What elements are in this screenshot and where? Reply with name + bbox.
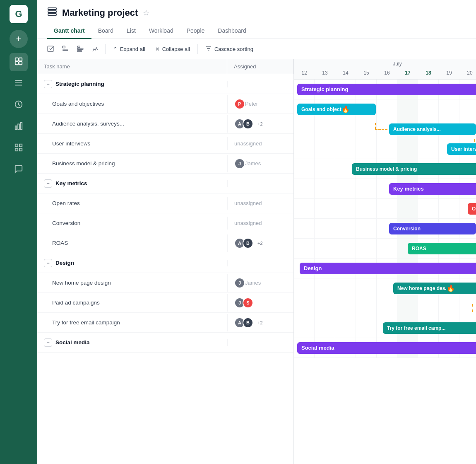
svg-rect-12: [19, 144, 22, 146]
svg-rect-17: [48, 14, 56, 15]
checkbox-filter-button[interactable]: [44, 42, 57, 56]
tab-people[interactable]: People: [180, 24, 212, 39]
avatar: J: [234, 278, 245, 288]
svg-rect-3: [19, 61, 22, 64]
svg-rect-22: [77, 46, 80, 47]
grid-icon: [14, 143, 23, 154]
expand-icon: ⌃: [113, 46, 118, 52]
assigned-cell: A B +2: [227, 234, 293, 252]
chart-row-design: Design: [294, 259, 476, 278]
assigned-cell: A B +2: [227, 115, 293, 133]
tab-list[interactable]: List: [120, 24, 142, 39]
task-name-cell: Goals and objectives: [37, 97, 227, 111]
date-16: 16: [377, 68, 397, 79]
sidebar-item-menu[interactable]: [10, 75, 28, 93]
chart-row-user-interviews: User interview: [294, 139, 476, 159]
assigned-cell: [227, 81, 293, 87]
chart-view-button[interactable]: [89, 42, 102, 56]
date-13: 13: [315, 68, 335, 79]
view-options-button[interactable]: [74, 42, 87, 56]
expand-all-button[interactable]: ⌃ Expand all: [109, 44, 149, 55]
svg-rect-10: [21, 122, 22, 129]
avatar: B: [243, 317, 253, 328]
gantt-layout: Task name Assigned − Strategic planning …: [37, 59, 476, 464]
date-14: 14: [335, 68, 356, 79]
table-row: Try for free email campaign A B +2: [37, 313, 293, 333]
svg-rect-16: [48, 11, 56, 12]
assigned-cell: J James: [227, 274, 293, 292]
add-button[interactable]: +: [10, 30, 28, 48]
task-name-cell: − Strategic planning: [37, 76, 227, 92]
svg-rect-0: [15, 58, 18, 60]
task-name-cell: Conversion: [37, 216, 227, 230]
table-row: − Social media: [37, 333, 293, 353]
page-title: Marketing project: [62, 7, 138, 18]
assigned-cell: unassigned: [227, 217, 293, 230]
task-name-cell: Open rates: [37, 196, 227, 210]
task-name-cell: Audience analysis, surveys...: [37, 116, 227, 131]
tab-gantt-chart[interactable]: Gantt chart: [47, 24, 91, 39]
collapse-group-button[interactable]: −: [44, 259, 52, 267]
svg-rect-1: [19, 58, 22, 60]
task-name-cell: Try for free email campaign: [37, 315, 227, 330]
table-row: New home page design J James: [37, 273, 293, 293]
project-icon: [47, 7, 57, 19]
chart-header: July 12 13 14 15 16 17 18 19 20 21: [294, 59, 476, 80]
toolbar: ⌃ Expand all ✕ Collapse all Cascade sort…: [37, 39, 476, 59]
task-list-header: Task name Assigned: [37, 59, 293, 74]
table-row: − Key metrics: [37, 174, 293, 193]
assigned-cell: unassigned: [227, 137, 293, 150]
collapse-group-button[interactable]: −: [44, 179, 52, 188]
svg-rect-15: [48, 8, 56, 10]
expand-group-button[interactable]: [59, 42, 72, 56]
clock-icon: [14, 100, 23, 111]
svg-rect-13: [15, 148, 18, 150]
svg-rect-23: [77, 48, 83, 50]
nav-tabs: Gantt chart Board List Workload People D…: [47, 24, 466, 39]
chart-panel: July 12 13 14 15 16 17 18 19 20 21: [294, 59, 476, 464]
task-name-cell: − Design: [37, 255, 227, 271]
favorite-star[interactable]: ☆: [143, 8, 149, 17]
app-logo: G: [10, 5, 28, 23]
chart-row-social-media: Social media: [294, 338, 476, 358]
chart-row-business-model: Business model & pricing: [294, 159, 476, 179]
tab-board[interactable]: Board: [91, 24, 120, 39]
assigned-cell: [227, 339, 293, 346]
assigned-cell: [227, 260, 293, 266]
chart-icon: [14, 121, 23, 133]
task-name-cell: − Key metrics: [37, 175, 227, 192]
task-list: Task name Assigned − Strategic planning …: [37, 59, 294, 464]
sidebar-item-projects[interactable]: [10, 53, 28, 71]
tab-workload[interactable]: Workload: [142, 24, 180, 39]
sidebar-item-clock[interactable]: [10, 96, 28, 114]
collapse-group-button[interactable]: −: [44, 338, 52, 347]
main-content: Marketing project ☆ Gantt chart Board Li…: [37, 0, 476, 464]
task-name-header: Task name: [37, 59, 227, 74]
date-15: 15: [356, 68, 377, 79]
tab-dashboard[interactable]: Dashboard: [211, 24, 253, 39]
assigned-cell: [227, 180, 293, 187]
cascade-sorting-button[interactable]: Cascade sorting: [201, 43, 257, 56]
gantt-container[interactable]: Task name Assigned − Strategic planning …: [37, 59, 476, 464]
assigned-cell: A B +2: [227, 314, 293, 331]
task-name-cell: − Social media: [37, 334, 227, 351]
table-row: User interviews unassigned: [37, 134, 293, 154]
chart-row-roas: ROAS: [294, 239, 476, 259]
projects-icon: [14, 57, 23, 68]
chat-icon: [14, 164, 23, 176]
sidebar-item-chart[interactable]: [10, 118, 28, 136]
task-name-cell: Paid ad campaigns: [37, 295, 227, 310]
chart-row-audience: Audience analysis...: [294, 119, 476, 139]
chart-row-strategic-planning: Strategic planning: [294, 80, 476, 99]
sidebar-item-grid[interactable]: [10, 139, 28, 157]
chart-row-goals: Goals and object 🔥: [294, 99, 476, 119]
date-17: 17: [397, 68, 418, 79]
collapse-all-button[interactable]: ✕ Collapse all: [151, 44, 194, 55]
sort-icon: [205, 45, 212, 53]
sidebar-item-chat[interactable]: [10, 161, 28, 179]
date-19: 19: [439, 68, 459, 79]
task-name-cell: User interviews: [37, 136, 227, 151]
avatar: B: [243, 238, 253, 249]
collapse-group-button[interactable]: −: [44, 80, 52, 88]
svg-rect-19: [63, 46, 65, 48]
